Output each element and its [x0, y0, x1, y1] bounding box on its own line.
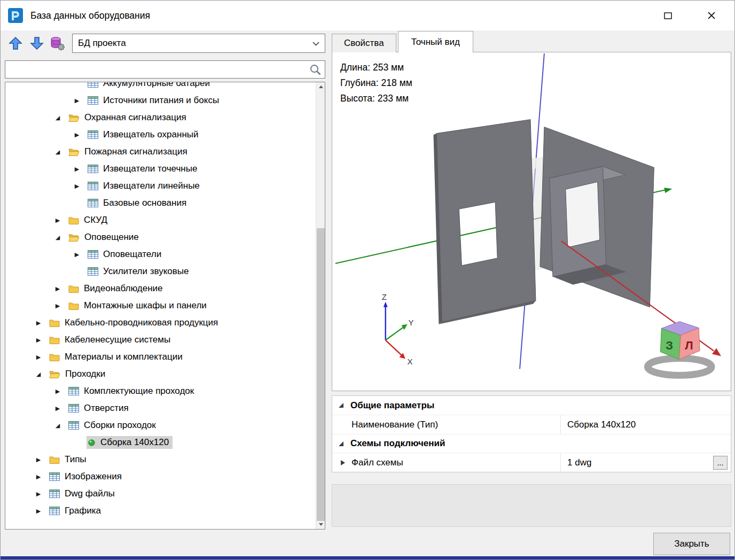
tree-scrollbar[interactable]: [316, 82, 325, 529]
tree-item-label: Извещатели линейные: [103, 181, 200, 191]
expand-arrow-icon[interactable]: ▶: [48, 388, 67, 395]
move-down-button[interactable]: [27, 34, 46, 53]
tree-item[interactable]: ▶Извещатели линейные: [5, 177, 316, 195]
expand-arrow-icon[interactable]: ▶: [29, 491, 48, 497]
expand-arrow-icon[interactable]: ▶: [67, 183, 87, 190]
tree-item[interactable]: ▶Графика: [5, 502, 316, 519]
expand-arrow-icon[interactable]: ▶: [29, 320, 48, 326]
tree-item[interactable]: ▶Типы: [5, 451, 316, 468]
tree-item-label: Кабеленесущие системы: [65, 335, 170, 345]
tree-item[interactable]: ▶Кабельно-проводниковая продукция: [5, 314, 316, 331]
expand-arrow-icon[interactable]: ▶: [67, 97, 87, 104]
tree-item[interactable]: ▶Кабеленесущие системы: [5, 331, 316, 348]
property-value[interactable]: 1 dwg...: [561, 453, 731, 472]
table-icon: [88, 250, 98, 259]
expand-arrow-icon[interactable]: ▶: [67, 166, 87, 173]
scrollbar-thumb[interactable]: [317, 228, 325, 521]
scroll-down-arrow-icon[interactable]: [316, 520, 325, 529]
maximize-button[interactable]: [655, 6, 680, 25]
tree-item-label: СКУД: [84, 215, 107, 225]
expand-arrow-icon[interactable]: ▶: [48, 285, 67, 292]
table-icon: [68, 387, 79, 395]
tree-item[interactable]: ◢Охранная сигнализация: [5, 109, 316, 126]
tree-item[interactable]: ▶Изображения: [5, 468, 316, 485]
collapse-arrow-icon[interactable]: ◢: [48, 234, 67, 241]
collapse-arrow-icon[interactable]: ◢: [48, 422, 67, 429]
y-axis-arrowhead: [664, 188, 672, 193]
z-axis-label: Z: [382, 292, 387, 301]
table-icon: [68, 404, 79, 413]
tree-item[interactable]: ◢Проходки: [5, 365, 316, 383]
expand-arrow-icon[interactable]: ▶: [29, 354, 48, 361]
tree-item[interactable]: ▶Источники питания и боксы: [5, 92, 316, 109]
tree-item[interactable]: ◢Пожарная сигнализация: [5, 143, 316, 160]
collapse-arrow-icon[interactable]: ◢: [48, 114, 67, 121]
property-group-header[interactable]: Схемы подключений: [332, 434, 731, 453]
folder-icon: [68, 216, 79, 224]
tree-item[interactable]: ◢Сборки проходок: [5, 417, 316, 434]
tree-item[interactable]: Сборка 140x120: [5, 434, 316, 451]
tree-item[interactable]: ◢Оповещение: [5, 229, 316, 246]
tree-item-label: Материалы и комплектации: [65, 352, 183, 362]
close-dialog-button[interactable]: Закрыть: [653, 533, 730, 555]
window-edge: [1, 556, 734, 559]
tree-item[interactable]: ▶Монтажные шкафы и панели: [5, 297, 316, 314]
tree-item[interactable]: ▶Комплектующие проходок: [5, 383, 316, 400]
expand-arrow-icon[interactable]: ▶: [29, 508, 48, 515]
tree-item[interactable]: Аккумуляторные батареи: [5, 82, 316, 92]
browse-button[interactable]: ...: [713, 456, 728, 470]
y-axis-label: Y: [409, 318, 414, 327]
tree-item-label: Типы: [65, 454, 87, 465]
scroll-up-arrow-icon[interactable]: [316, 82, 325, 91]
3d-viewport[interactable]: Длина: 253 мм Глубина: 218 мм Высота: 23…: [332, 52, 731, 391]
db-selector[interactable]: БД проекта: [72, 34, 325, 53]
property-row: Наименование (Тип)Сборка 140x120: [332, 415, 731, 434]
titlebar[interactable]: База данных оборудования: [1, 1, 734, 30]
window-title: База данных оборудования: [30, 10, 150, 21]
tree-item[interactable]: Базовые основания: [5, 195, 316, 212]
tab-exact-view[interactable]: Точный вид: [398, 31, 473, 52]
x-axis-label: X: [408, 357, 413, 366]
equipment-database-window: База данных оборудования: [0, 0, 735, 560]
expand-arrow-icon[interactable]: ▶: [48, 405, 67, 412]
tree-item[interactable]: ▶Dwg файлы: [5, 485, 316, 502]
property-value[interactable]: Сборка 140x120: [561, 415, 731, 434]
expand-arrow-icon[interactable]: ▶: [48, 217, 67, 224]
view-cube-left-label: З: [666, 339, 673, 352]
x-axis-arrowhead: [712, 348, 721, 356]
property-group-header[interactable]: Общие параметры: [332, 396, 731, 415]
dimension-height: Высота: 233 мм: [340, 91, 412, 106]
search-box: [5, 60, 325, 79]
collapse-arrow-icon[interactable]: ◢: [29, 371, 48, 378]
expand-arrow-icon[interactable]: ▶: [29, 473, 48, 480]
tab-properties[interactable]: Свойства: [332, 34, 396, 52]
property-row: Файл схемы1 dwg...: [332, 453, 731, 472]
tree-item[interactable]: ▶СКУД: [5, 212, 316, 229]
move-up-button[interactable]: [6, 34, 25, 53]
app-icon: [7, 7, 24, 24]
tree-item-label: Источники питания и боксы: [103, 95, 219, 106]
tree-item[interactable]: ▶Извещатель охранный: [5, 126, 316, 143]
expand-arrow-icon[interactable]: ▶: [29, 337, 48, 344]
expand-arrow-icon[interactable]: ▶: [67, 251, 87, 258]
tree-item[interactable]: Усилители звуковые: [5, 263, 316, 280]
expand-arrow-icon[interactable]: [341, 460, 345, 465]
maximize-icon: [664, 12, 672, 19]
expand-arrow-icon[interactable]: ▶: [48, 302, 67, 309]
tree-item[interactable]: ▶Извещатели точечные: [5, 160, 316, 177]
search-input[interactable]: [9, 62, 306, 77]
expand-arrow-icon[interactable]: ▶: [29, 456, 48, 463]
expand-arrow-icon[interactable]: ▶: [67, 131, 87, 138]
collapse-arrow-icon[interactable]: ◢: [48, 149, 67, 155]
search-icon[interactable]: [309, 64, 322, 78]
database-settings-button[interactable]: [48, 34, 67, 53]
close-icon: [707, 11, 716, 20]
tree-item[interactable]: ▶Материалы и комплектации: [5, 348, 316, 365]
tree-item[interactable]: ▶Видеонаблюдение: [5, 280, 316, 297]
table-icon: [49, 472, 60, 481]
tree-item-label: Аккумуляторные батареи: [103, 82, 210, 89]
tree-item[interactable]: ▶Отверстия: [5, 400, 316, 417]
dimensions-readout: Длина: 253 мм Глубина: 218 мм Высота: 23…: [340, 60, 412, 106]
close-button[interactable]: [699, 6, 724, 25]
tree-item[interactable]: ▶Оповещатели: [5, 246, 316, 263]
